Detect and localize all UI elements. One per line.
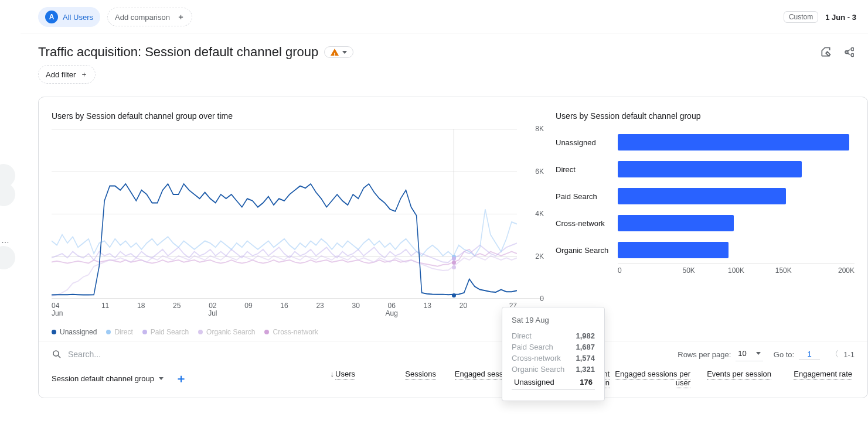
left-rail: … bbox=[0, 0, 14, 431]
all-users-chip[interactable]: A All Users bbox=[38, 7, 100, 27]
line-chart-title: Users by Session default channel group o… bbox=[52, 111, 544, 121]
title-row: Traffic acquisition: Session default cha… bbox=[21, 33, 868, 65]
rows-per-page-select[interactable]: 10 bbox=[736, 347, 763, 361]
legend-item[interactable]: Cross-network bbox=[264, 328, 318, 336]
col-event-count[interactable]: Event count All events bbox=[857, 370, 868, 387]
legend-item[interactable]: Paid Search bbox=[142, 328, 189, 336]
bar-chart-title: Users by Session default channel group bbox=[556, 111, 855, 121]
report-card: Users by Session default channel group o… bbox=[38, 97, 868, 398]
rail-avatar-2 bbox=[0, 183, 15, 206]
prev-page-button[interactable]: 〈 bbox=[830, 349, 839, 360]
warning-triangle-icon bbox=[331, 49, 339, 56]
bar-chart[interactable]: Users by Session default channel group U… bbox=[556, 109, 855, 336]
date-range-custom-pill: Custom bbox=[784, 11, 818, 23]
share-icon[interactable] bbox=[840, 44, 856, 60]
rows-per-page-value: 10 bbox=[738, 349, 746, 358]
customize-report-icon[interactable] bbox=[818, 44, 834, 60]
search-input[interactable] bbox=[67, 349, 219, 360]
chevron-down-icon bbox=[756, 352, 761, 355]
chevron-down-icon bbox=[342, 51, 347, 54]
line-chart-plot[interactable]: 02K4K6K8K bbox=[52, 129, 544, 299]
bar-row[interactable]: Organic Search bbox=[556, 237, 855, 264]
legend-item[interactable]: Direct bbox=[106, 328, 132, 336]
add-comparison-label: Add comparison bbox=[115, 13, 170, 22]
all-users-label: All Users bbox=[63, 13, 93, 22]
col-sessions[interactable]: Sessions bbox=[360, 370, 436, 387]
chart-tooltip: Sat 19 Aug Direct1,982Paid Search1,687Cr… bbox=[502, 307, 605, 401]
chevron-down-icon bbox=[159, 377, 164, 380]
add-filter-button[interactable]: Add filter ＋ bbox=[38, 65, 96, 84]
page: A All Users Add comparison ＋ Custom 1 Ju… bbox=[21, 0, 868, 431]
bar-chart-plot[interactable]: UnassignedDirectPaid SearchCross-network… bbox=[556, 129, 855, 293]
dimension-header: Session default channel group ＋ bbox=[52, 370, 274, 387]
table-head: Session default channel group ＋ ↓Users S… bbox=[39, 365, 867, 398]
svg-point-0 bbox=[53, 351, 59, 356]
col-engaged-per-user[interactable]: Engaged sessions per user bbox=[614, 370, 690, 387]
goto: Go to: bbox=[774, 349, 820, 360]
sort-down-icon: ↓ bbox=[331, 370, 335, 378]
rows-per-page-label: Rows per page: bbox=[678, 350, 731, 359]
line-legend: UnassignedDirectPaid SearchOrganic Searc… bbox=[52, 328, 544, 336]
rail-avatar-3 bbox=[0, 246, 15, 269]
bar-row[interactable]: Direct bbox=[556, 156, 855, 183]
add-dimension-button[interactable]: ＋ bbox=[175, 371, 187, 386]
page-title: Traffic acquisition: Session default cha… bbox=[38, 45, 318, 60]
dimension-select[interactable]: Session default channel group bbox=[52, 374, 164, 383]
pagination: 〈 1-1 bbox=[830, 349, 855, 360]
search-icon bbox=[52, 349, 62, 360]
legend-item[interactable]: Organic Search bbox=[198, 328, 255, 336]
add-comparison-button[interactable]: Add comparison ＋ bbox=[107, 8, 192, 26]
goto-label: Go to: bbox=[774, 350, 794, 359]
goto-input[interactable] bbox=[799, 349, 820, 360]
date-range-label[interactable]: 1 Jun - 3 bbox=[825, 13, 856, 22]
line-x-ticks: 04 Jun11182502 Jul0916233006 Aug132027 bbox=[52, 302, 517, 317]
table-toolbar: Rows per page: 10 Go to: 〈 1-1 bbox=[39, 341, 867, 365]
audience-avatar-icon: A bbox=[45, 11, 58, 23]
more-icon[interactable]: … bbox=[1, 235, 11, 245]
top-bar: A All Users Add comparison ＋ Custom 1 Ju… bbox=[21, 0, 868, 33]
line-chart[interactable]: Users by Session default channel group o… bbox=[52, 109, 544, 336]
page-range: 1-1 bbox=[843, 350, 855, 359]
data-quality-warning-chip[interactable] bbox=[324, 46, 353, 58]
col-engagement-rate[interactable]: Engagement rate bbox=[776, 370, 852, 387]
add-filter-label: Add filter bbox=[46, 70, 76, 79]
col-events-per-session[interactable]: Events per session bbox=[695, 370, 771, 387]
bar-row[interactable]: Paid Search bbox=[556, 183, 855, 210]
plus-icon: ＋ bbox=[177, 12, 185, 22]
tooltip-date: Sat 19 Aug bbox=[512, 316, 595, 324]
col-users[interactable]: ↓Users bbox=[279, 370, 355, 387]
bar-row[interactable]: Unassigned bbox=[556, 129, 855, 156]
legend-item[interactable]: Unassigned bbox=[52, 328, 97, 336]
dimension-label: Session default channel group bbox=[52, 374, 154, 383]
plus-icon: ＋ bbox=[80, 69, 88, 80]
rows-per-page: Rows per page: 10 bbox=[678, 347, 763, 361]
table-search[interactable] bbox=[52, 349, 219, 360]
bar-row[interactable]: Cross-network bbox=[556, 210, 855, 237]
